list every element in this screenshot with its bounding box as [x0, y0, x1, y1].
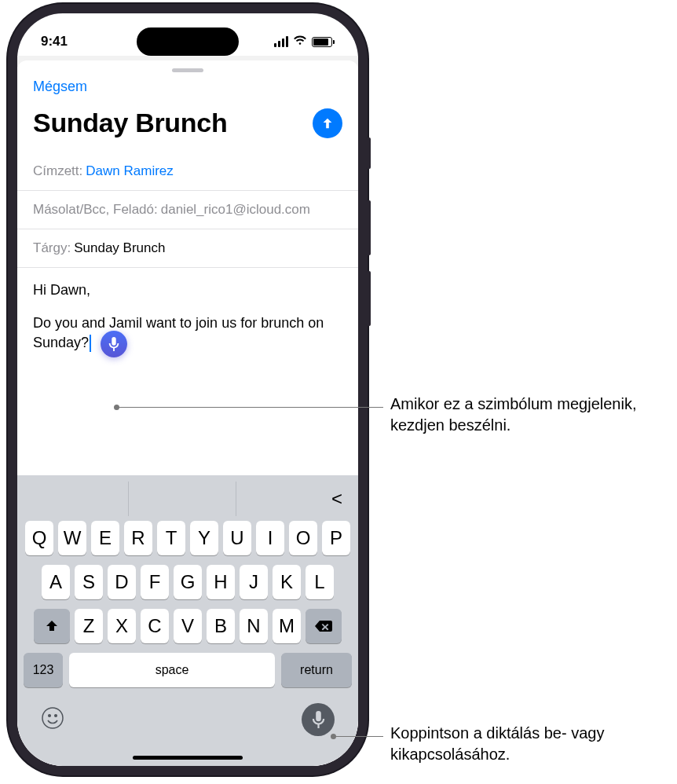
suggestion-bar: <: [17, 482, 358, 516]
cancel-button[interactable]: Mégsem: [17, 77, 358, 104]
volume-up-button: [366, 200, 371, 255]
callout-2: Koppintson a diktálás be- vagy kikapcsol…: [390, 723, 657, 765]
shift-key[interactable]: [34, 609, 70, 643]
key-w[interactable]: W: [58, 521, 86, 555]
text-cursor: [90, 335, 91, 352]
dictation-active-indicator[interactable]: [101, 331, 127, 357]
key-v[interactable]: V: [174, 609, 202, 643]
key-m[interactable]: M: [273, 609, 301, 643]
suggestion-1[interactable]: [22, 482, 129, 516]
to-label: Címzett:: [33, 163, 82, 179]
key-u[interactable]: U: [223, 521, 251, 555]
svg-point-0: [42, 708, 63, 728]
key-s[interactable]: S: [75, 565, 103, 599]
volume-down-button: [366, 271, 371, 326]
svg-point-2: [55, 715, 57, 717]
key-b[interactable]: B: [207, 609, 235, 643]
key-f[interactable]: F: [141, 565, 169, 599]
clock-time: 9:41: [41, 34, 68, 49]
battery-icon: [312, 37, 335, 47]
callout-line-2: [335, 736, 383, 737]
key-a[interactable]: A: [42, 565, 70, 599]
key-n[interactable]: N: [240, 609, 268, 643]
key-z[interactable]: Z: [75, 609, 103, 643]
shift-icon: [45, 619, 59, 633]
key-e[interactable]: E: [91, 521, 119, 555]
cc-label: Másolat/Bcc, Feladó:: [33, 202, 158, 218]
email-body[interactable]: Hi Dawn, Do you and Jamil want to join u…: [17, 268, 358, 365]
key-r[interactable]: R: [124, 521, 152, 555]
iphone-screen: 9:41 Mégsem Sunday Brunch: [17, 13, 358, 766]
key-j[interactable]: J: [240, 565, 268, 599]
key-q[interactable]: Q: [25, 521, 53, 555]
callout-line-1: [118, 407, 383, 408]
key-k[interactable]: K: [273, 565, 301, 599]
keyboard: < QWERTYUIOP ASDFGHJKL ZXCVBNM 123 space…: [17, 475, 358, 766]
emoji-icon: [41, 706, 64, 730]
key-l[interactable]: L: [306, 565, 334, 599]
home-indicator[interactable]: [133, 756, 243, 760]
microphone-icon: [108, 337, 119, 351]
wifi-icon: [293, 34, 307, 49]
key-p[interactable]: P: [322, 521, 350, 555]
key-h[interactable]: H: [207, 565, 235, 599]
callout-1: Amikor ez a szimbólum megjelenik, kezdje…: [390, 394, 657, 436]
key-i[interactable]: I: [256, 521, 284, 555]
cellular-signal-icon: [274, 36, 288, 47]
key-t[interactable]: T: [157, 521, 185, 555]
key-o[interactable]: O: [289, 521, 317, 555]
iphone-frame: 9:41 Mégsem Sunday Brunch: [8, 4, 368, 775]
suggestion-2[interactable]: [129, 482, 236, 516]
dictation-button[interactable]: [302, 703, 335, 736]
space-key[interactable]: space: [69, 653, 275, 687]
svg-point-1: [49, 715, 51, 717]
microphone-icon: [312, 711, 325, 728]
compose-sheet: Mégsem Sunday Brunch Címzett: Dawn Ramir…: [17, 60, 358, 766]
numbers-key[interactable]: 123: [24, 653, 63, 687]
sheet-grabber[interactable]: [172, 68, 203, 72]
send-button[interactable]: [313, 108, 342, 138]
cc-bcc-from-field[interactable]: Másolat/Bcc, Feladó: daniel_rico1@icloud…: [17, 191, 358, 229]
subject-field[interactable]: Tárgy: Sunday Brunch: [17, 229, 358, 268]
key-g[interactable]: G: [174, 565, 202, 599]
body-line-2: Do you and Jamil want to join us for bru…: [33, 313, 342, 352]
key-d[interactable]: D: [108, 565, 136, 599]
chevron-left-icon: <: [331, 488, 342, 510]
emoji-button[interactable]: [41, 706, 64, 733]
subject-value: Sunday Brunch: [74, 240, 165, 256]
to-value: Dawn Ramirez: [86, 163, 173, 179]
return-key[interactable]: return: [281, 653, 352, 687]
to-field[interactable]: Címzett: Dawn Ramirez: [17, 152, 358, 191]
backspace-key[interactable]: [306, 609, 342, 643]
side-button: [366, 137, 371, 169]
backspace-icon: [314, 619, 333, 633]
dynamic-island: [137, 27, 239, 56]
body-line-1: Hi Dawn,: [33, 280, 342, 299]
key-x[interactable]: X: [108, 609, 136, 643]
key-c[interactable]: C: [141, 609, 169, 643]
key-y[interactable]: Y: [190, 521, 218, 555]
arrow-up-icon: [320, 116, 335, 130]
compose-title: Sunday Brunch: [33, 108, 227, 138]
suggestion-collapse[interactable]: <: [236, 482, 353, 516]
subject-label: Tárgy:: [33, 240, 71, 256]
from-value: daniel_rico1@icloud.com: [161, 202, 310, 218]
